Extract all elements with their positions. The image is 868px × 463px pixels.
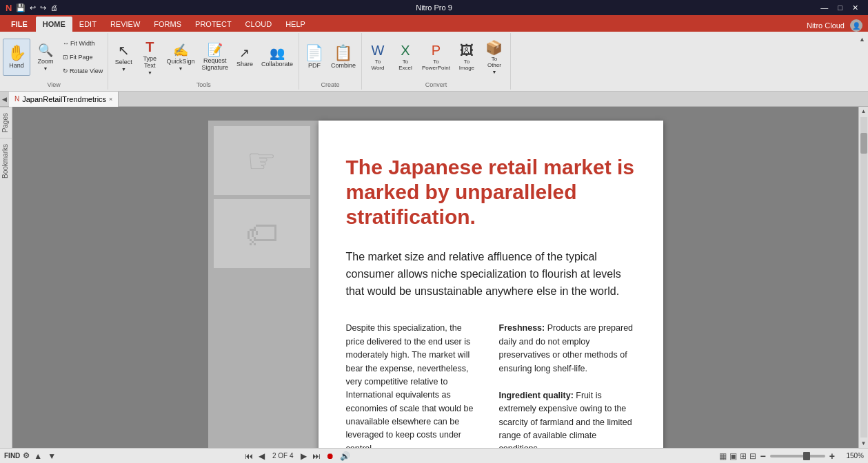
nitro-cloud-label[interactable]: Nitro Cloud — [807, 21, 845, 30]
find-settings-icon[interactable]: ⚙ — [23, 451, 30, 460]
thumbnail-1: ☞ — [214, 126, 310, 195]
quick-save-icon[interactable]: 💾 — [16, 3, 26, 12]
tab-home[interactable]: HOME — [36, 17, 72, 32]
to-image-button[interactable]: 🖼 ToImage — [454, 42, 480, 72]
collaborate-label: Collaborate — [261, 61, 293, 68]
zoom-label: Zoom — [37, 58, 53, 65]
zoom-dropdown-icon: ▼ — [43, 66, 48, 71]
fit-width-button[interactable]: ↔ Fit Width — [61, 37, 105, 50]
scroll-up-button[interactable]: ▲ — [860, 107, 868, 116]
create-buttons: 📄 PDF 📋 Combine — [302, 34, 359, 80]
ribbon-tab-bar: FILE HOME EDIT REVIEW FORMS PROTECT CLOU… — [0, 15, 868, 32]
tab-file[interactable]: FILE — [3, 17, 36, 32]
doc-tab-close[interactable]: × — [109, 96, 112, 103]
to-word-button[interactable]: W ToWord — [365, 42, 391, 72]
quick-print-icon[interactable]: 🖨 — [50, 3, 58, 12]
find-down-button[interactable]: ▼ — [46, 451, 57, 461]
request-signature-button[interactable]: 📝 RequestSignature — [199, 39, 231, 76]
user-avatar[interactable]: 👤 — [850, 19, 862, 32]
type-text-dropdown-icon: ▼ — [148, 70, 152, 75]
quick-redo-icon[interactable]: ↪ — [40, 3, 46, 12]
tab-edit[interactable]: EDIT — [72, 17, 103, 32]
facing-icon[interactable]: ⊟ — [749, 451, 756, 461]
request-sig-label: RequestSignature — [201, 57, 228, 71]
scroll-down-button[interactable]: ▼ — [860, 439, 868, 448]
next-page-button[interactable]: ▶ — [299, 451, 308, 461]
two-page-icon[interactable]: ▣ — [729, 451, 737, 461]
fit-page-button[interactable]: ⊡ Fit Page — [61, 51, 105, 63]
zoom-in-button[interactable]: + — [828, 451, 836, 462]
type-text-label: TypeText — [143, 55, 157, 69]
find-up-button[interactable]: ▲ — [32, 451, 43, 461]
pdf-page: The Japanese retail market is marked by … — [319, 121, 663, 448]
find-section: FIND ⚙ ▲ ▼ — [4, 451, 57, 461]
tab-protect[interactable]: PROTECT — [188, 17, 239, 32]
combine-label: Combine — [331, 62, 356, 69]
doc-scroll-area[interactable]: ☞ 🏷 The Japanese retail market is marked… — [12, 107, 858, 448]
doc-tab-name: JapanRetailTrendmetrics — [22, 95, 106, 103]
single-page-icon[interactable]: ▦ — [719, 451, 727, 461]
ribbon-collapse-button[interactable]: ▲ — [858, 34, 867, 44]
collaborate-button[interactable]: 👥 Collaborate — [259, 39, 296, 76]
view-small-buttons: ↔ Fit Width ⊡ Fit Page ↻ Rotate View — [61, 34, 105, 80]
request-sig-icon: 📝 — [208, 43, 223, 56]
tab-help[interactable]: HELP — [279, 17, 312, 32]
app-title: Nitro Pro 9 — [416, 3, 452, 12]
to-powerpoint-icon: P — [432, 43, 441, 57]
tab-forms[interactable]: FORMS — [147, 17, 188, 32]
page-intro: The market size and relative affluence o… — [346, 249, 636, 300]
thumb-hand-icon: ☞ — [247, 141, 276, 180]
last-page-button[interactable]: ⏭ — [311, 451, 322, 461]
close-button[interactable]: ✕ — [848, 3, 862, 12]
zoom-tool-button[interactable]: 🔍 Zoom ▼ — [32, 39, 59, 76]
type-text-icon: T — [145, 40, 154, 54]
minimize-button[interactable]: — — [816, 3, 832, 12]
main-area: Pages Bookmarks ☞ 🏷 The Japanese retail … — [0, 107, 868, 448]
page-nav-section: ⏮ ◀ 2 OF 4 ▶ ⏭ ⏺ 🔊 — [243, 451, 352, 461]
zoom-slider[interactable] — [770, 455, 825, 457]
collaborate-icon: 👥 — [270, 47, 285, 59]
scrollbar-track[interactable] — [860, 117, 867, 438]
hand-tool-button[interactable]: ✋ Hand — [3, 39, 30, 76]
app-logo-icon: N — [6, 3, 12, 13]
sidebar-tab-pages[interactable]: Pages — [0, 107, 12, 138]
share-icon: ↗ — [239, 47, 250, 59]
doc-tab-japan[interactable]: N JapanRetailTrendmetrics × — [9, 92, 119, 107]
quicksign-label: QuickSign — [166, 58, 194, 65]
sidebar-tab-bookmarks[interactable]: Bookmarks — [0, 138, 12, 184]
to-other-button[interactable]: 📦 ToOther ▼ — [481, 39, 507, 76]
audio-button[interactable]: 🔊 — [339, 451, 352, 461]
to-excel-button[interactable]: X ToExcel — [392, 42, 418, 72]
rotate-label: Rotate View — [70, 68, 103, 74]
quick-undo-icon[interactable]: ↩ — [30, 3, 36, 12]
pdf-button[interactable]: 📄 PDF — [302, 39, 327, 76]
share-button[interactable]: ↗ Share — [232, 39, 257, 76]
create-group-label: Create — [321, 81, 339, 88]
ribbon-body: ✋ Hand 🔍 Zoom ▼ ↔ Fit Width ⊡ Fit Page — [0, 32, 868, 92]
quicksign-button[interactable]: ✍ QuickSign ▼ — [163, 39, 197, 76]
first-page-button[interactable]: ⏮ — [243, 451, 254, 461]
ribbon-group-create: 📄 PDF 📋 Combine Create — [299, 33, 362, 90]
nitro-cloud-area: Nitro Cloud 👤 — [807, 19, 868, 32]
tab-scroll-left[interactable]: ◀ — [0, 96, 9, 103]
record-button[interactable]: ⏺ — [325, 451, 336, 461]
document-view: ☞ 🏷 The Japanese retail market is marked… — [12, 107, 858, 448]
to-powerpoint-button[interactable]: P ToPowerPoint — [420, 42, 452, 72]
rotate-icon: ↻ — [63, 68, 68, 74]
zoom-slider-thumb[interactable] — [803, 452, 810, 460]
tab-review[interactable]: REVIEW — [103, 17, 147, 32]
scrollbar-thumb[interactable] — [860, 133, 867, 154]
zoom-out-button[interactable]: − — [759, 451, 767, 462]
select-label: Select — [115, 59, 132, 65]
continuous-icon[interactable]: ⊞ — [740, 451, 747, 461]
combine-button[interactable]: 📋 Combine — [328, 39, 359, 76]
window-controls: — □ ✕ — [816, 3, 862, 12]
tab-cloud[interactable]: CLOUD — [239, 17, 279, 32]
maximize-button[interactable]: □ — [834, 3, 847, 12]
fit-page-label: Fit Page — [70, 54, 93, 61]
prev-page-button[interactable]: ◀ — [257, 451, 266, 461]
select-button[interactable]: ↖ Select ▼ — [111, 39, 136, 76]
rotate-view-button[interactable]: ↻ Rotate View — [61, 65, 105, 77]
type-text-button[interactable]: T TypeText ▼ — [137, 39, 162, 76]
ribbon-collapse-area: ▲ — [856, 33, 868, 90]
